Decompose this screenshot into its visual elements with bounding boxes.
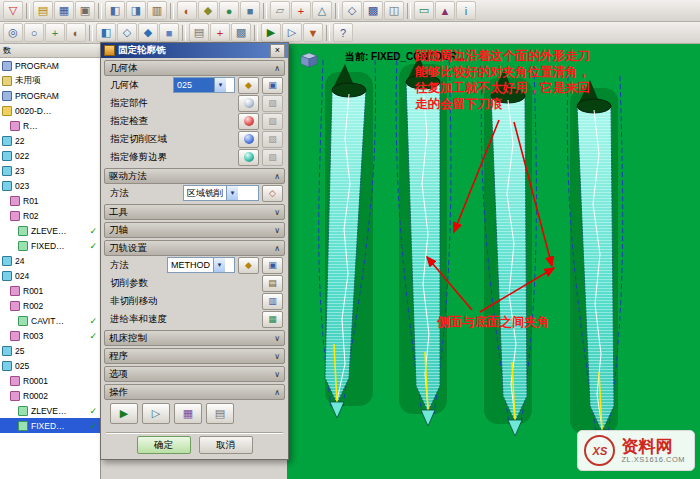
- tree-row[interactable]: 0020-D…: [0, 103, 100, 118]
- section-options[interactable]: 选项 ∨: [104, 366, 285, 382]
- toolbar-icon[interactable]: +: [210, 23, 230, 42]
- section-drive-method[interactable]: 驱动方法 ∧: [104, 168, 285, 184]
- chevron-down-icon[interactable]: ▼: [214, 78, 226, 92]
- new-method-button[interactable]: ▣: [262, 257, 283, 274]
- tree-row[interactable]: 025: [0, 358, 100, 373]
- toolbar-icon[interactable]: ◧: [105, 1, 125, 20]
- specify-button[interactable]: [238, 95, 259, 112]
- edit-method-button[interactable]: ◆: [238, 257, 259, 274]
- method-select[interactable]: METHOD ▼: [167, 257, 235, 273]
- path-setting-button[interactable]: ▥: [262, 293, 283, 310]
- toolbar-icon[interactable]: ◇: [342, 1, 362, 20]
- tree-row[interactable]: 未用项: [0, 73, 100, 88]
- display-button[interactable]: ▧: [262, 149, 283, 166]
- toolbar-icon[interactable]: i: [456, 1, 476, 20]
- tree-row[interactable]: 022: [0, 148, 100, 163]
- toolbar-icon[interactable]: [98, 3, 102, 19]
- tree-row[interactable]: PROGRAM: [0, 88, 100, 103]
- tree-row[interactable]: R…: [0, 118, 100, 133]
- close-icon[interactable]: ×: [270, 44, 285, 58]
- tree-row[interactable]: R0001: [0, 373, 100, 388]
- edit-drive-method-button[interactable]: ◇: [262, 185, 283, 202]
- toolbar-icon[interactable]: ▭: [414, 1, 434, 20]
- toolbar-icon[interactable]: ◨: [126, 1, 146, 20]
- toolbar-icon[interactable]: ▼: [303, 23, 323, 42]
- edit-geometry-button[interactable]: ◆: [238, 77, 259, 94]
- toolpath-action-button[interactable]: ▶: [110, 403, 138, 424]
- tree-row[interactable]: R003 ✓: [0, 328, 100, 343]
- drive-method-select[interactable]: 区域铣削 ▼: [183, 185, 259, 201]
- path-setting-button[interactable]: ▦: [262, 311, 283, 328]
- tree-row[interactable]: PROGRAM: [0, 58, 100, 73]
- section-machine-control[interactable]: 机床控制 ∨: [104, 330, 285, 346]
- specify-button[interactable]: [238, 149, 259, 166]
- section-tool-axis[interactable]: 刀轴 ∨: [104, 222, 285, 238]
- view-cube-icon[interactable]: [301, 53, 317, 67]
- toolbar-icon[interactable]: ▩: [363, 1, 383, 20]
- toolbar-icon[interactable]: [182, 25, 186, 41]
- toolbar-icon[interactable]: ■: [159, 23, 179, 42]
- tree-row[interactable]: CAVIT… ✓: [0, 313, 100, 328]
- section-path-settings[interactable]: 刀轨设置 ∧: [104, 240, 285, 256]
- tree-row[interactable]: 25: [0, 343, 100, 358]
- toolbar-icon[interactable]: ○: [24, 23, 44, 42]
- specify-button[interactable]: [238, 113, 259, 130]
- tree-row[interactable]: R02: [0, 208, 100, 223]
- toolbar-icon[interactable]: ▤: [33, 1, 53, 20]
- section-actions[interactable]: 操作 ∧: [104, 384, 285, 400]
- toolbar-icon[interactable]: ◐: [66, 23, 86, 42]
- tree-row[interactable]: ZLEVE… ✓: [0, 223, 100, 238]
- tree-row[interactable]: R01: [0, 193, 100, 208]
- toolbar-icon[interactable]: ▲: [435, 1, 455, 20]
- toolbar-icon[interactable]: ▤: [189, 23, 209, 42]
- display-button[interactable]: ▧: [262, 113, 283, 130]
- tree-row[interactable]: 023: [0, 178, 100, 193]
- toolbar-icon[interactable]: ▽: [3, 1, 23, 20]
- graphics-viewport[interactable]: 当前: FIXED_CONTOUR... 跟随周边沿着这个面的外形走刀 能够比较…: [287, 44, 700, 479]
- tree-row[interactable]: FIXED… ✓: [0, 418, 100, 433]
- toolbar-icon[interactable]: [89, 25, 93, 41]
- section-geometry[interactable]: 几何体 ∧: [104, 60, 285, 76]
- geometry-select[interactable]: 025 ▼: [173, 77, 235, 93]
- toolbar-icon[interactable]: ◫: [384, 1, 404, 20]
- toolbar-icon[interactable]: ◇: [117, 23, 137, 42]
- chevron-down-icon[interactable]: ▼: [226, 186, 238, 200]
- toolbar-icon[interactable]: ▶: [261, 23, 281, 42]
- toolbar-icon[interactable]: ▩: [231, 23, 251, 42]
- toolbar-icon[interactable]: [335, 3, 339, 19]
- tree-row[interactable]: 23: [0, 163, 100, 178]
- toolbar-icon[interactable]: ◆: [138, 23, 158, 42]
- toolbar-icon[interactable]: ◧: [96, 23, 116, 42]
- tree-row[interactable]: 024: [0, 268, 100, 283]
- tree-row[interactable]: 22: [0, 133, 100, 148]
- dialog-titlebar[interactable]: 固定轮廓铣 ×: [101, 43, 288, 58]
- toolbar-icon[interactable]: [254, 25, 258, 41]
- tree-row[interactable]: R0002: [0, 388, 100, 403]
- toolbar-icon[interactable]: [263, 3, 267, 19]
- toolbar-icon[interactable]: ◎: [3, 23, 23, 42]
- tree-row[interactable]: ZLEVE… ✓: [0, 403, 100, 418]
- cancel-button[interactable]: 取消: [199, 436, 253, 454]
- chevron-down-icon[interactable]: ▼: [213, 258, 225, 272]
- tree-row[interactable]: FIXED… ✓: [0, 238, 100, 253]
- toolbar-icon[interactable]: ◆: [198, 1, 218, 20]
- toolbar-icon[interactable]: ▦: [54, 1, 74, 20]
- toolbar-icon[interactable]: ◐: [177, 1, 197, 20]
- toolbar-icon[interactable]: ▱: [270, 1, 290, 20]
- toolpath-action-button[interactable]: ▷: [142, 403, 170, 424]
- section-tool[interactable]: 工具 ∨: [104, 204, 285, 220]
- toolbar-icon[interactable]: [26, 3, 30, 19]
- tree-row[interactable]: R001: [0, 283, 100, 298]
- toolbar-icon[interactable]: ?: [333, 23, 353, 42]
- toolbar-icon[interactable]: △: [312, 1, 332, 20]
- toolbar-icon[interactable]: ▥: [147, 1, 167, 20]
- display-button[interactable]: ▧: [262, 95, 283, 112]
- display-button[interactable]: ▧: [262, 131, 283, 148]
- path-setting-button[interactable]: ▤: [262, 275, 283, 292]
- toolbar-icon[interactable]: ■: [240, 1, 260, 20]
- new-geometry-button[interactable]: ▣: [262, 77, 283, 94]
- toolbar-icon[interactable]: [407, 3, 411, 19]
- toolpath-action-button[interactable]: ▦: [174, 403, 202, 424]
- section-program[interactable]: 程序 ∨: [104, 348, 285, 364]
- toolbar-icon[interactable]: ▣: [75, 1, 95, 20]
